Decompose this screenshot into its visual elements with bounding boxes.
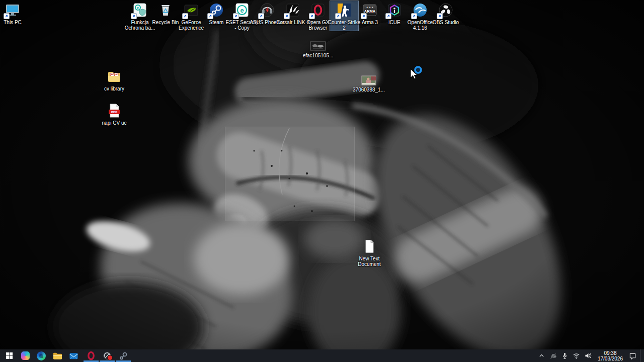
- action-center-button[interactable]: [628, 349, 636, 362]
- icon-label: 37060388_1...: [351, 87, 386, 93]
- eset-e-icon: e: [234, 2, 250, 18]
- color-photo-thumbnail: [361, 75, 377, 85]
- copilot-icon: [21, 351, 30, 360]
- arma-3-icon: ★ ★ ★ARMA: [362, 2, 378, 18]
- start-button[interactable]: [1, 349, 17, 362]
- clock-time: 09:38: [598, 350, 623, 356]
- hidden-icons-button[interactable]: [538, 349, 546, 362]
- shortcut-arrow-icon: [131, 13, 137, 19]
- icon-label: New Text Document: [352, 256, 387, 267]
- corsair-sails-icon: [285, 2, 301, 18]
- icon-label: OBS Studio: [428, 20, 463, 25]
- shortcut-arrow-icon: [309, 13, 315, 19]
- desktop-icon-obs-studio[interactable]: OBS Studio: [432, 2, 460, 25]
- nvidia-geforce-icon: [183, 2, 199, 18]
- icon-label: cv library: [97, 86, 132, 92]
- shortcut-arrow-icon: [258, 13, 264, 19]
- taskbar-steam-button[interactable]: [115, 349, 131, 362]
- shortcut-arrow-icon: [233, 13, 239, 19]
- mail-envelope-icon: [69, 352, 78, 360]
- action-center-icon: [629, 352, 636, 359]
- desktop-icon-new-text-document[interactable]: New Text Document: [355, 238, 383, 267]
- desktop-icon-funkcja-ochrona[interactable]: e Funkcja Ochrona ba...: [126, 2, 154, 31]
- desktop-icon-geforce-experience[interactable]: GeForce Experience: [177, 2, 205, 31]
- shortcut-arrow-icon: [4, 13, 10, 19]
- svg-text:e: e: [137, 6, 139, 10]
- network-tray-button[interactable]: [573, 349, 581, 362]
- edge-browser-icon: [37, 351, 46, 360]
- clock-date: 17/03/2026: [598, 356, 623, 361]
- onedrive-tray-button[interactable]: [549, 349, 557, 362]
- desktop-icon-eset-security[interactable]: e ESET Security - Copy: [228, 2, 256, 31]
- desktop-icon-this-pc[interactable]: This PC: [0, 2, 27, 25]
- shortcut-arrow-icon: [437, 13, 443, 19]
- obs-pinwheel-icon: [438, 2, 454, 18]
- desktop-icon-counter-strike-2[interactable]: Counter-Strike 2: [330, 1, 358, 31]
- shortcut-arrow-icon: [335, 13, 341, 19]
- openoffice-gulls-icon: [412, 2, 428, 18]
- taskbar-file-explorer-button[interactable]: [49, 349, 65, 362]
- shortcut-arrow-icon: [361, 13, 367, 19]
- taskbar-copilot-button[interactable]: [17, 349, 33, 362]
- svg-text:PDF: PDF: [111, 111, 117, 114]
- recycle-bin-icon: [157, 2, 174, 18]
- pdf-file-icon: PDF: [106, 103, 122, 119]
- opera-gx-ring-icon: [310, 2, 326, 18]
- shortcut-arrow-icon: [284, 13, 290, 19]
- faint-overlay-rectangle: [225, 127, 355, 221]
- shortcut-arrow-icon: [385, 13, 391, 19]
- wifi-icon: [573, 352, 580, 359]
- folder-icon: [53, 351, 62, 360]
- eset-file-security-icon: e: [132, 2, 148, 18]
- shortcut-arrow-icon: [207, 13, 213, 19]
- taskbar-opera-gx-button[interactable]: [83, 349, 99, 362]
- computer-monitor-icon: [5, 2, 21, 18]
- steam-logo-icon: [119, 351, 128, 360]
- desktop-icon-napi-cv-pdf[interactable]: PDF napi CV uc: [100, 103, 128, 126]
- taskbar-mail-button[interactable]: [65, 349, 82, 362]
- icon-label: This PC: [0, 20, 30, 25]
- steam-logo-icon: [208, 2, 224, 18]
- windows-logo-icon: [6, 352, 13, 359]
- taskbar-edge-button[interactable]: [33, 349, 49, 362]
- grayscale-image-thumbnail: [310, 41, 326, 51]
- shortcut-arrow-icon: [411, 13, 417, 19]
- volume-tray-button[interactable]: [584, 349, 592, 362]
- taskbar-clock[interactable]: 09:38 17/03/2026: [596, 350, 625, 361]
- desktop-icon-openoffice[interactable]: OpenOffice 4.1.16: [406, 2, 434, 31]
- icue-hexagon-icon: [386, 2, 403, 18]
- volume-icon: [585, 352, 592, 359]
- desktop-icon-cv-library[interactable]: cv library: [100, 68, 128, 92]
- counter-strike-2-icon: [336, 2, 352, 18]
- icon-label: napi CV uc: [97, 120, 132, 126]
- desktop-icon-efac-image[interactable]: efac105105...: [304, 41, 332, 58]
- opera-gx-ring-icon: [87, 351, 96, 360]
- icon-label: efac105105...: [300, 53, 336, 58]
- microphone-tray-button[interactable]: [561, 349, 569, 362]
- taskbar: 09:38 17/03/2026: [0, 349, 644, 362]
- microphone-icon: [561, 352, 568, 359]
- notification-badge: [107, 355, 113, 360]
- taskbar-notification-app-button[interactable]: [99, 349, 115, 362]
- folder-with-documents-icon: [106, 68, 122, 84]
- svg-text:e: e: [240, 7, 244, 14]
- windows-desktop: { "desktop": { "wallpaper_alt": "Black a…: [0, 0, 644, 362]
- headphones-icon: [259, 2, 275, 18]
- chevron-up-icon: [538, 352, 545, 359]
- show-desktop-button[interactable]: [640, 349, 642, 362]
- onedrive-offline-icon: [549, 352, 557, 359]
- svg-text:★ ★ ★: ★ ★ ★: [366, 6, 374, 9]
- system-tray: 09:38 17/03/2026: [538, 349, 644, 362]
- blank-text-file-icon: [361, 238, 377, 254]
- desktop-icon-photo-37060388[interactable]: 37060388_1...: [355, 75, 383, 93]
- shortcut-arrow-icon: [182, 13, 188, 19]
